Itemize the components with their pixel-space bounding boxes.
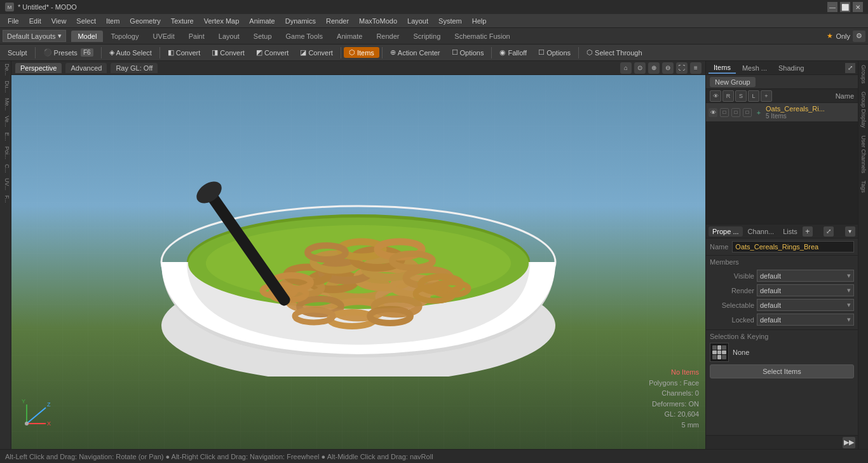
menu-item-render[interactable]: Render <box>321 16 354 26</box>
sidebar-tab-du[interactable]: Du... <box>0 78 11 95</box>
sidebar-tab-c[interactable]: C... <box>0 162 11 176</box>
close-button[interactable]: ✕ <box>853 2 863 12</box>
layout-tab-layout[interactable]: Layout <box>212 31 246 42</box>
layout-tab-model[interactable]: Model <box>71 31 103 42</box>
minimize-button[interactable]: — <box>827 2 837 12</box>
props-add-button[interactable]: + <box>803 226 813 237</box>
viewport-home-button[interactable]: ⌂ <box>620 62 632 74</box>
viewport-tab-advanced[interactable]: Advanced <box>65 63 107 73</box>
prope-tab[interactable]: Prope ... <box>709 226 743 237</box>
viewport-zoom-out-button[interactable]: ⊖ <box>662 62 674 74</box>
auto-select-button[interactable]: ◈ Auto Select <box>104 47 157 58</box>
item-render-button[interactable]: □ <box>720 108 729 117</box>
render-dropdown[interactable]: default ▾ <box>757 284 854 296</box>
select-through-button[interactable]: ⬡ Select Through <box>581 47 647 58</box>
viewport-zoom-in-button[interactable]: ⊕ <box>648 62 660 74</box>
presets-button[interactable]: ⚫ Presets F6 <box>38 47 98 58</box>
sidebar-tab-f[interactable]: F... <box>0 193 11 205</box>
menu-item-file[interactable]: File <box>3 16 24 26</box>
layout-tab-uvedit[interactable]: UVEdit <box>146 31 180 42</box>
right-tab-group-display[interactable]: Group Display <box>858 88 868 132</box>
convert-button-3[interactable]: ◩ Convert <box>251 47 294 58</box>
add-col-icon[interactable]: + <box>761 90 772 102</box>
layout-tab-setup[interactable]: Setup <box>247 31 278 42</box>
menu-item-layout[interactable]: Layout <box>402 16 433 26</box>
group-item[interactable]: 👁 □ □ □ + Oats_Cereals_Ri... 5 Items <box>706 103 858 122</box>
name-input[interactable] <box>732 241 854 252</box>
menu-item-geometry[interactable]: Geometry <box>125 16 165 26</box>
convert-button-1[interactable]: ◧ Convert <box>163 47 206 58</box>
menu-item-maxtomodo[interactable]: MaxToModo <box>354 16 402 26</box>
viewport-more-button[interactable]: ≡ <box>690 62 702 74</box>
sculpt-button[interactable]: Sculpt <box>3 48 32 58</box>
selectable-dropdown[interactable]: default ▾ <box>757 299 854 311</box>
panel-expand-button[interactable]: ⤢ <box>845 63 855 73</box>
items-tab[interactable]: Items <box>709 62 736 74</box>
sidebar-tab-poi[interactable]: Poi... <box>0 144 11 162</box>
right-tab-user-channels[interactable]: User Channels <box>858 132 868 177</box>
layout-tab-topology[interactable]: Topology <box>104 31 145 42</box>
menu-item-animate[interactable]: Animate <box>244 16 280 26</box>
layout-settings-button[interactable]: ⚙ <box>853 31 865 42</box>
menu-item-view[interactable]: View <box>46 16 72 26</box>
convert-button-4[interactable]: ◪ Convert <box>295 47 338 58</box>
window-controls[interactable]: — ⬜ ✕ <box>827 2 863 12</box>
layout-tab-scripting[interactable]: Scripting <box>407 31 447 42</box>
chann-tab[interactable]: Chann... <box>744 226 778 237</box>
menu-item-select[interactable]: Select <box>71 16 101 26</box>
viewport-fit-button[interactable]: ⊙ <box>634 62 646 74</box>
render-col-icon[interactable]: R <box>722 90 734 102</box>
sidebar-tab-ve[interactable]: Ve... <box>0 113 11 130</box>
options-button-1[interactable]: ☐ Options <box>447 47 489 58</box>
locked-dropdown[interactable]: default ▾ <box>757 314 854 326</box>
viewport-tab-perspective[interactable]: Perspective <box>15 63 62 73</box>
item-add-button[interactable]: + <box>754 108 763 117</box>
falloff-button[interactable]: ◉ Falloff <box>494 47 532 58</box>
sidebar-tab-me[interactable]: Me... <box>0 95 11 113</box>
item-select-button[interactable]: □ <box>731 108 740 117</box>
action-center-button[interactable]: ⊕ Action Center <box>385 47 445 58</box>
maximize-button[interactable]: ⬜ <box>840 2 850 12</box>
props-more-button[interactable]: ▾ <box>845 226 855 237</box>
shading-tab[interactable]: Shading <box>773 63 809 73</box>
viewport-canvas[interactable]: No Items Polygons : Face Channels: 0 Def… <box>11 75 705 449</box>
layout-tab-paint[interactable]: Paint <box>182 31 211 42</box>
only-label[interactable]: Only <box>836 32 850 40</box>
viewport-controls[interactable]: ⌂ ⊙ ⊕ ⊖ ⛶ ≡ <box>620 62 702 74</box>
visible-dropdown[interactable]: default ▾ <box>757 270 854 282</box>
mesh-tab[interactable]: Mesh ... <box>737 63 772 73</box>
props-expand-button[interactable]: ⤢ <box>824 226 834 237</box>
item-eye-button[interactable]: 👁 <box>709 108 717 117</box>
convert-button-2[interactable]: ◨ Convert <box>207 47 250 58</box>
menu-item-texture[interactable]: Texture <box>166 16 199 26</box>
lists-tab[interactable]: Lists <box>779 226 801 237</box>
sidebar-tab-e[interactable]: E... <box>0 130 11 144</box>
select-items-button[interactable]: Select Items <box>710 364 854 378</box>
menu-item-dynamics[interactable]: Dynamics <box>280 16 321 26</box>
layout-tab-game-tools[interactable]: Game Tools <box>280 31 330 42</box>
layout-dropdown[interactable]: Default Layouts ▾ <box>3 30 66 42</box>
menu-item-help[interactable]: Help <box>467 16 492 26</box>
options-button-2[interactable]: ☐ Options <box>533 47 576 58</box>
expand-right-button[interactable]: ▶▶ <box>843 437 855 448</box>
menu-item-vertex map[interactable]: Vertex Map <box>199 16 245 26</box>
eye-col-icon[interactable]: 👁 <box>710 90 721 102</box>
layout-tab-render[interactable]: Render <box>370 31 405 42</box>
right-tab-groups[interactable]: Groups <box>858 61 868 88</box>
layout-tab-schematic-fusion[interactable]: Schematic Fusion <box>448 31 516 42</box>
right-tab-tags[interactable]: Tags <box>858 177 868 197</box>
menu-item-system[interactable]: System <box>433 16 467 26</box>
sidebar-tab-uv[interactable]: UV... <box>0 176 11 193</box>
lock-col-icon[interactable]: L <box>748 90 759 102</box>
layout-tab-animate[interactable]: Animate <box>330 31 369 42</box>
select-col-icon[interactable]: S <box>735 90 747 102</box>
viewport-expand-button[interactable]: ⛶ <box>676 62 688 74</box>
sidebar-tab-de[interactable]: De... <box>0 61 11 78</box>
group-item-info: Oats_Cereals_Ri... 5 Items <box>766 105 825 120</box>
item-lock-button[interactable]: □ <box>743 108 752 117</box>
new-group-button[interactable]: New Group <box>710 77 756 87</box>
menu-item-edit[interactable]: Edit <box>24 16 46 26</box>
items-button[interactable]: ⬡ Items <box>344 47 379 58</box>
menu-item-item[interactable]: Item <box>101 16 125 26</box>
viewport-tab-raygl[interactable]: Ray GL: Off <box>111 63 158 73</box>
